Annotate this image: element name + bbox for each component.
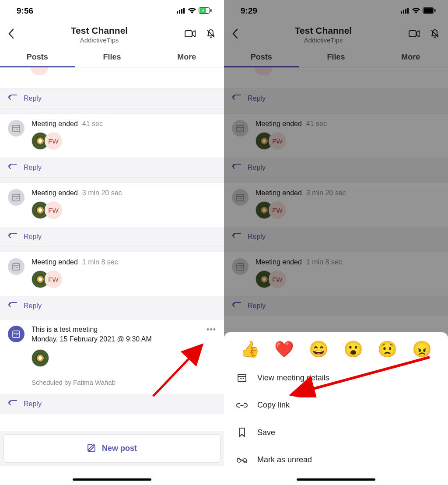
bell-off-icon[interactable] xyxy=(430,28,440,41)
reply-bar[interactable]: Reply xyxy=(0,158,224,178)
svg-point-58 xyxy=(243,378,244,379)
svg-rect-0 xyxy=(177,11,178,14)
reply-bar[interactable]: Reply xyxy=(0,296,224,316)
tab-files[interactable]: Files xyxy=(299,46,374,67)
svg-point-23 xyxy=(17,267,18,268)
new-post-label: New post xyxy=(102,444,137,453)
svg-point-13 xyxy=(17,129,18,130)
reaction-thumbs-up[interactable]: 👍 xyxy=(240,340,260,358)
wifi-icon xyxy=(188,6,196,16)
post-duration: 3 min 20 sec xyxy=(82,189,122,197)
scheduled-meeting-post[interactable]: This is a test meeting Monday, 15 Februa… xyxy=(0,320,224,394)
reply-label: Reply xyxy=(24,400,42,408)
reply-bar[interactable]: Reply xyxy=(224,88,448,109)
meeting-ended-post[interactable]: Meeting ended 3 min 20 sec FW xyxy=(224,183,448,227)
svg-rect-9 xyxy=(13,125,20,132)
participant-avatars: FW xyxy=(256,271,440,288)
video-icon[interactable] xyxy=(409,29,420,40)
reaction-sad[interactable]: 😟 xyxy=(378,340,397,358)
svg-rect-19 xyxy=(13,264,20,270)
post-title: Meeting ended xyxy=(256,189,302,197)
menu-mark-unread[interactable]: Mark as unread xyxy=(224,446,448,473)
post-duration: 1 min 8 sec xyxy=(306,258,342,266)
video-icon[interactable] xyxy=(185,29,196,40)
svg-rect-5 xyxy=(210,9,212,12)
svg-point-43 xyxy=(241,129,242,130)
more-options-icon[interactable]: ••• xyxy=(206,326,216,332)
screenshot-right: 9:29 Test Channel AddictiveTips Posts Fi… xyxy=(224,0,448,485)
svg-point-46 xyxy=(238,198,239,199)
new-post-area: New post xyxy=(0,431,224,466)
participant-avatars: FW xyxy=(32,132,216,150)
svg-point-17 xyxy=(16,198,17,199)
participant-avatars: FW xyxy=(256,132,440,150)
meeting-ended-post[interactable]: Meeting ended 41 sec FW xyxy=(224,114,448,158)
reply-bar[interactable]: Reply xyxy=(224,296,448,316)
reply-label: Reply xyxy=(24,95,42,102)
svg-point-42 xyxy=(240,129,241,130)
svg-rect-1 xyxy=(179,10,180,14)
tab-posts[interactable]: Posts xyxy=(224,46,299,67)
reply-bar[interactable]: Reply xyxy=(0,394,224,414)
calendar-icon xyxy=(8,189,24,206)
posts-feed[interactable]: Reply Meeting ended 41 sec FW Reply xyxy=(0,67,224,431)
reply-label: Reply xyxy=(248,95,266,102)
status-time: 9:56 xyxy=(17,6,33,16)
tab-more[interactable]: More xyxy=(373,46,448,67)
menu-save[interactable]: Save xyxy=(224,418,448,446)
svg-rect-37 xyxy=(409,31,416,37)
svg-rect-36 xyxy=(424,8,433,13)
meeting-ended-post[interactable]: Meeting ended 3 min 20 sec FW xyxy=(0,183,224,227)
avatar xyxy=(32,349,49,367)
meeting-ended-post[interactable]: Meeting ended 1 min 8 sec FW xyxy=(0,252,224,296)
reply-label: Reply xyxy=(24,302,42,310)
reaction-angry[interactable]: 😠 xyxy=(412,340,432,358)
back-icon[interactable] xyxy=(232,28,238,41)
context-menu-sheet: 👍 ❤️ 😄 😮 😟 😠 View meeting details Copy l… xyxy=(224,332,448,485)
svg-rect-33 xyxy=(407,8,409,14)
reply-icon xyxy=(8,302,18,310)
back-icon[interactable] xyxy=(8,28,14,41)
home-indicator[interactable] xyxy=(297,478,375,481)
new-post-button[interactable]: New post xyxy=(4,434,220,463)
menu-copy-link[interactable]: Copy link xyxy=(224,392,448,418)
svg-rect-49 xyxy=(237,264,244,270)
battery-icon xyxy=(199,6,212,16)
meeting-ended-post[interactable]: Meeting ended 41 sec FW xyxy=(0,114,224,158)
svg-point-57 xyxy=(242,378,242,379)
channel-subtitle: AddictiveTips xyxy=(14,36,185,44)
meeting-ended-post[interactable]: Meeting ended 1 min 8 sec FW xyxy=(224,252,448,296)
calendar-icon xyxy=(8,120,24,137)
meeting-title: This is a test meeting xyxy=(32,326,98,334)
bookmark-icon xyxy=(236,427,248,438)
avatar-initials: FW xyxy=(45,132,62,150)
reply-bar[interactable]: Reply xyxy=(224,227,448,247)
compose-icon xyxy=(87,443,97,454)
calendar-icon xyxy=(236,373,248,383)
reply-bar[interactable]: Reply xyxy=(224,158,448,178)
tab-more[interactable]: More xyxy=(149,46,224,67)
reply-bar[interactable]: Reply xyxy=(0,227,224,247)
header: Test Channel AddictiveTips xyxy=(0,22,224,46)
tab-files[interactable]: Files xyxy=(75,46,150,67)
avatar-fragment xyxy=(31,67,48,75)
svg-rect-2 xyxy=(181,9,182,14)
reaction-heart[interactable]: ❤️ xyxy=(274,340,294,358)
calendar-icon xyxy=(8,326,24,342)
menu-view-details[interactable]: View meeting details xyxy=(224,364,448,392)
reaction-surprised[interactable]: 😮 xyxy=(343,340,363,358)
tab-posts[interactable]: Posts xyxy=(0,46,75,67)
avatar-initials: FW xyxy=(45,271,62,288)
reply-bar[interactable]: Reply xyxy=(0,88,224,109)
reaction-laugh[interactable]: 😄 xyxy=(309,340,329,358)
reply-icon xyxy=(8,400,18,408)
avatar-initials: FW xyxy=(45,201,62,219)
tabs: Posts Files More xyxy=(224,46,448,67)
svg-rect-32 xyxy=(405,9,406,14)
svg-rect-30 xyxy=(401,11,402,14)
bell-off-icon[interactable] xyxy=(206,28,216,41)
status-bar: 9:29 xyxy=(224,0,448,22)
channel-title: Test Channel xyxy=(14,25,185,36)
svg-point-22 xyxy=(16,267,17,268)
home-indicator[interactable] xyxy=(73,478,151,481)
